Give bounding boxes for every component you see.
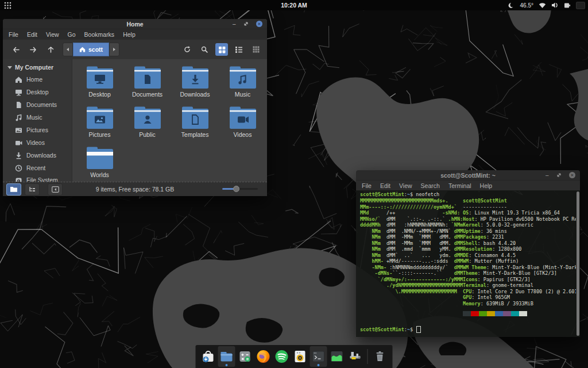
palette-swatch [487,311,495,316]
zoom-slider-knob[interactable] [233,186,239,192]
folder-desktop[interactable]: Desktop [76,66,123,98]
window-title: Home [3,21,267,28]
firefox-icon [256,348,272,365]
file-manager-titlebar[interactable]: Home − ✕ [3,19,267,29]
palette-swatch [503,311,511,316]
folder-label: Worlds [90,171,109,178]
folder-documents[interactable]: Documents [123,66,171,98]
sidebar-item-pictures[interactable]: Pictures [3,124,72,136]
audio-player-icon [292,348,308,365]
moon-icon[interactable] [508,2,515,9]
sidebar-item-file-system[interactable]: File System [3,174,72,182]
sidebar-item-home[interactable]: Home [3,73,72,86]
folder-label: Music [235,91,250,98]
minimize-button[interactable]: − [546,173,549,178]
sidebar-item-desktop[interactable]: Desktop [3,86,72,98]
folder-music[interactable]: Music [219,66,266,98]
dock-item-calculator[interactable] [237,346,254,367]
sidebar-item-downloads[interactable]: Downloads [3,149,72,162]
menu-item-view[interactable]: View [46,31,59,38]
sidebar-item-recent[interactable]: Recent [3,162,72,174]
file-manager-menubar: FileEditViewGoBookmarksHelp [3,29,267,40]
zoom-slider[interactable] [222,188,258,190]
path-back-chevron[interactable] [63,43,73,56]
menu-item-view[interactable]: View [399,182,412,189]
dock-item-software-manager[interactable] [200,346,217,367]
palette-swatch [463,311,471,316]
back-button[interactable] [9,43,24,56]
dock-item-firefox[interactable] [255,346,272,367]
sidebar-section-my-computer[interactable]: My Computer [3,62,72,73]
menu-item-help[interactable]: Help [123,31,136,38]
folder-pictures[interactable]: Pictures [76,106,123,138]
menu-item-help[interactable]: Help [480,182,493,189]
palette-swatch [479,311,487,316]
close-button[interactable]: ✕ [569,172,575,178]
menu-item-bookmarks[interactable]: Bookmarks [84,31,115,38]
folder-worlds[interactable]: Worlds [76,147,123,178]
path-button-home[interactable]: scott [73,43,109,56]
menu-item-search[interactable]: Search [421,182,440,189]
folder-downloads[interactable]: Downloads [171,66,219,98]
files-icon [219,348,235,365]
folder-label: Documents [132,91,163,98]
folder-public[interactable]: Public [123,106,171,138]
terminal-scrollbar[interactable] [577,191,579,336]
list-view-button[interactable] [233,43,245,56]
menu-item-edit[interactable]: Edit [27,31,37,38]
temperature[interactable]: 46.5° [520,2,533,9]
maximize-button[interactable] [556,172,562,178]
dock-item-spotify[interactable] [273,346,291,367]
dock-item-system-monitor[interactable] [328,346,346,367]
close-button[interactable]: ✕ [256,21,262,27]
minimize-button[interactable]: − [233,22,236,26]
up-button[interactable] [43,43,58,56]
menu-item-go[interactable]: Go [68,31,76,38]
folder-icon [86,66,114,89]
chevron-down-icon [7,66,12,69]
sidebar-item-documents[interactable]: Documents [3,98,72,111]
sidebar-item-videos[interactable]: Videos [3,136,72,149]
menu-item-terminal[interactable]: Terminal [448,182,471,189]
folder-label: Desktop [88,91,111,98]
search-button[interactable] [198,43,211,56]
home-icon [79,47,86,52]
dock-item-disks[interactable] [347,346,364,367]
neofetch-system-info: scott@ScottMint --------------- OS: Linu… [463,198,576,306]
terminal-titlebar[interactable]: scott@ScottMint: ~ − ✕ [356,170,580,181]
terminal-menubar: FileEditViewSearchTerminalHelp [356,181,580,191]
window-list-box[interactable] [576,2,585,9]
icon-view-button[interactable] [215,43,228,56]
folder-icon [86,106,114,129]
folder-icon [86,147,114,170]
volume-icon[interactable] [551,2,559,9]
folder-videos[interactable]: Videos [219,106,266,138]
dock-item-terminal[interactable] [310,346,327,367]
forward-button[interactable] [26,43,41,56]
neofetch-ascii-logo: MMMMMMMMMMMMMMMMMMMMMMMMMmds+. MMm----::… [360,198,463,294]
search-icon [200,45,208,53]
file-manager-toolbar: scott [3,40,267,60]
recent-icon [15,164,22,172]
maximize-button[interactable] [243,21,249,26]
compact-view-button[interactable] [250,43,262,56]
dock-item-audio-player[interactable] [292,346,309,367]
file-manager-content: DesktopDocumentsDownloadsMusicPicturesPu… [72,59,267,182]
menu-item-file[interactable]: File [362,182,372,189]
dock-item-trash[interactable] [372,346,389,367]
refresh-button[interactable] [181,43,194,56]
terminal-content[interactable]: scott@ScottMint:~$ neofetch MMMMMMMMMMMM… [356,190,580,337]
menu-item-file[interactable]: File [9,31,18,38]
running-indicator [226,364,228,366]
calculator-icon [237,348,253,365]
folder-icon [134,66,161,89]
dock-item-files[interactable] [218,346,235,367]
path-forward-chevron[interactable] [109,43,119,56]
menu-item-edit[interactable]: Edit [380,182,390,189]
sidebar-item-music[interactable]: Music [3,111,72,124]
battery-icon[interactable] [564,2,571,9]
palette-swatch [495,311,503,316]
wifi-icon[interactable] [539,2,546,9]
folder-templates[interactable]: Templates [171,106,219,138]
clock[interactable]: 10:20 AM [0,2,588,9]
